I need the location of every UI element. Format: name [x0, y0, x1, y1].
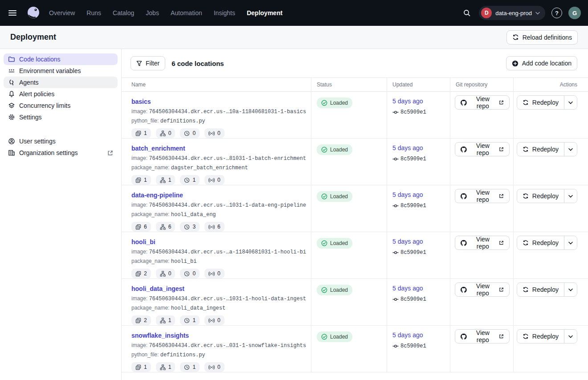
- view-repo-button[interactable]: View repo: [455, 329, 510, 343]
- view-repo-button[interactable]: View repo: [455, 95, 510, 110]
- image-label: image:: [131, 342, 147, 348]
- sidebar-item-code-locations[interactable]: Code locations: [4, 53, 118, 65]
- code-location-count: 6 code locations: [172, 60, 224, 67]
- code-location-rows: basics image: 764506304434.dkr.ecr.us-…1…: [122, 92, 588, 372]
- redeploy-button[interactable]: Redeploy: [517, 96, 564, 109]
- code-location-link[interactable]: data-eng-pipeline: [131, 192, 183, 199]
- nav-item-catalog[interactable]: Catalog: [113, 9, 134, 16]
- table-row: snowflake_insights image: 764506304434.d…: [122, 326, 588, 372]
- status-badge: Loaded: [317, 285, 352, 295]
- jobs-count-badge: 1: [131, 175, 151, 185]
- sidebar-item-settings[interactable]: Settings: [4, 111, 118, 123]
- sensors-count-badge: 0: [204, 362, 225, 372]
- sidebar-item-organization-settings[interactable]: Organization settings: [4, 147, 118, 159]
- search-icon[interactable]: [461, 7, 473, 19]
- redeploy-dropdown-button[interactable]: [564, 330, 577, 343]
- redeploy-dropdown-button[interactable]: [564, 283, 577, 296]
- updated-time-link[interactable]: 5 days ago: [392, 331, 423, 339]
- sidebar-item-concurrency-limits[interactable]: Concurrency limits: [4, 100, 118, 111]
- redeploy-dropdown-button[interactable]: [564, 189, 577, 203]
- redeploy-button[interactable]: Redeploy: [517, 189, 564, 203]
- definition-source-label: package_name:: [131, 164, 169, 171]
- github-icon: [461, 333, 467, 340]
- image-label: image:: [131, 108, 147, 114]
- sidebar-item-user-settings[interactable]: User settings: [4, 135, 118, 147]
- definition-source-value: definitions.py: [160, 118, 205, 124]
- image-value: 764506304434.dkr.ecr.us-…1031-1-data-eng…: [149, 202, 306, 208]
- jobs-icon: [135, 271, 141, 277]
- layers-icon: [8, 102, 15, 109]
- filter-button[interactable]: Filter: [131, 56, 165, 70]
- nav-item-overview[interactable]: Overview: [49, 9, 75, 16]
- deployment-switcher[interactable]: D data-eng-prod: [479, 6, 545, 20]
- deployment-name: data-eng-prod: [495, 10, 532, 16]
- redeploy-button[interactable]: Redeploy: [517, 330, 564, 343]
- github-icon: [461, 240, 467, 246]
- view-repo-button[interactable]: View repo: [455, 236, 510, 250]
- redeploy-icon: [523, 193, 529, 199]
- commit-icon: [392, 250, 399, 255]
- schedules-count-badge: 0: [180, 269, 200, 278]
- schedules-count-badge: 1: [180, 362, 200, 372]
- sensors-count-badge: 6: [204, 222, 225, 232]
- table-header-row: Name Status Updated Git repository Actio…: [122, 78, 588, 92]
- updated-time-link[interactable]: 5 days ago: [392, 238, 423, 245]
- redeploy-icon: [523, 146, 529, 152]
- code-location-link[interactable]: batch_enrichment: [131, 145, 185, 152]
- reload-definitions-button[interactable]: Reload definitions: [506, 30, 578, 45]
- updated-time-link[interactable]: 5 days ago: [392, 98, 423, 105]
- view-repo-button[interactable]: View repo: [455, 142, 510, 156]
- schedules-count-badge: 1: [180, 315, 200, 325]
- status-badge: Loaded: [317, 144, 352, 155]
- schedule-icon: [184, 131, 190, 136]
- code-location-link[interactable]: snowflake_insights: [131, 332, 189, 339]
- redeploy-dropdown-button[interactable]: [564, 96, 577, 109]
- reload-icon: [512, 34, 519, 41]
- schedules-count-badge: 1: [180, 175, 200, 185]
- dagster-logo[interactable]: [26, 5, 41, 20]
- updated-time-link[interactable]: 5 days ago: [392, 191, 423, 198]
- hamburger-menu-icon[interactable]: [7, 7, 20, 19]
- sensor-icon: [208, 177, 215, 183]
- commit-hash: 8c5909e1: [400, 249, 426, 256]
- redeploy-button[interactable]: Redeploy: [517, 143, 564, 156]
- sidebar-item-environment-variables[interactable]: Environment variables: [4, 65, 118, 77]
- nav-item-jobs[interactable]: Jobs: [146, 9, 159, 16]
- help-icon[interactable]: ?: [551, 8, 562, 18]
- nav-item-insights[interactable]: Insights: [214, 9, 235, 16]
- chevron-down-icon: [568, 335, 573, 338]
- redeploy-button[interactable]: Redeploy: [517, 283, 564, 296]
- nav-item-automation[interactable]: Automation: [171, 9, 202, 16]
- sensors-count-badge: 0: [204, 175, 225, 185]
- column-header-actions: Actions: [513, 78, 588, 92]
- image-label: image:: [131, 249, 147, 255]
- sensors-count-badge: 0: [204, 315, 225, 325]
- sensor-icon: [208, 364, 215, 370]
- code-location-link[interactable]: basics: [131, 98, 151, 105]
- code-location-link[interactable]: hooli_data_ingest: [131, 285, 184, 292]
- add-code-location-button[interactable]: Add code location: [506, 56, 577, 70]
- redeploy-button[interactable]: Redeploy: [517, 236, 564, 249]
- redeploy-dropdown-button[interactable]: [564, 236, 577, 249]
- table-row: batch_enrichment image: 764506304434.dkr…: [122, 139, 588, 185]
- code-location-link[interactable]: hooli_bi: [131, 238, 155, 245]
- sidebar-item-agents[interactable]: Agents: [4, 77, 118, 88]
- view-repo-button[interactable]: View repo: [455, 189, 510, 203]
- table-row: data-eng-pipeline image: 764506304434.dk…: [122, 185, 588, 232]
- external-link-icon: [499, 147, 504, 152]
- sidebar-item-alert-policies[interactable]: Alert policies: [4, 88, 118, 100]
- view-repo-button[interactable]: View repo: [455, 282, 510, 297]
- graph-icon: [160, 318, 166, 323]
- updated-time-link[interactable]: 5 days ago: [392, 285, 423, 292]
- nav-item-deployment[interactable]: Deployment: [247, 9, 282, 16]
- updated-time-link[interactable]: 5 days ago: [392, 144, 423, 151]
- plus-circle-icon: [512, 60, 519, 67]
- redeploy-dropdown-button[interactable]: [564, 143, 577, 156]
- user-icon: [8, 138, 15, 145]
- user-avatar[interactable]: G: [568, 7, 581, 19]
- sensor-icon: [208, 318, 215, 323]
- column-header-name: Name: [122, 78, 311, 92]
- nav-item-runs[interactable]: Runs: [86, 9, 101, 16]
- primary-nav: Overview Runs Catalog Jobs Automation In…: [49, 9, 282, 16]
- check-circle-icon: [321, 240, 327, 246]
